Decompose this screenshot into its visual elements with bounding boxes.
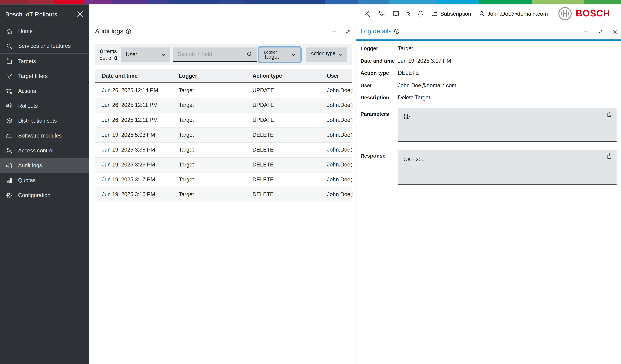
phone-icon[interactable] (378, 10, 385, 17)
table-row[interactable]: Jun 26, 2025 12:11 PM Target UPDATE John… (95, 113, 352, 128)
sidebar-title: Bosch IoT Rollouts (5, 11, 77, 17)
parameters-box[interactable]: {[]} (398, 108, 617, 142)
sidebar-item-label: Quotas (18, 177, 36, 184)
sidebar-item-label: Targets (18, 58, 36, 64)
bosch-brand: BOSCH (558, 6, 610, 21)
table-row[interactable]: Jun 26, 2025 12:14 PM Target UPDATE John… (95, 83, 352, 98)
table-row[interactable]: Jun 19, 2025 5:03 PM Target DELETE John.… (95, 128, 352, 143)
folder-icon (431, 10, 438, 17)
cell-date-time: Jun 26, 2025 12:14 PM (95, 87, 179, 93)
chevron-down-icon (337, 51, 344, 58)
minimize-panel-icon[interactable] (331, 28, 337, 35)
logger-filter-select[interactable]: Logger Target (259, 47, 301, 62)
cell-action-type: DELETE (253, 147, 327, 153)
log-document-icon: LOG (6, 162, 13, 169)
sidebar-item-configuration[interactable]: Configuration (0, 188, 89, 203)
sidebar-item-distribution-sets[interactable]: Distribution sets (0, 113, 89, 128)
table-row[interactable]: Jun 19, 2025 3:38 PM Target DELETE John.… (95, 142, 352, 158)
sidebar-item-software-modules[interactable]: Software modules (0, 128, 89, 143)
search-field-select-value: User (126, 47, 137, 62)
expand-panel-icon[interactable] (598, 28, 604, 35)
audit-table-body: Jun 26, 2025 12:14 PM Target UPDATE John… (95, 83, 352, 202)
sidebar-item-quotas[interactable]: Quotas (0, 173, 89, 188)
detail-row-action-type: Action type DELETE (361, 67, 616, 79)
detail-row-description: Description Delete Target (361, 92, 616, 104)
bell-icon[interactable] (417, 10, 424, 17)
cell-action-type: UPDATE (253, 117, 327, 123)
cell-user: John.Doe@domain.com (327, 102, 352, 108)
detail-row-logger: Logger Target (361, 42, 616, 55)
cell-user: John.Doe@domain.com (327, 117, 352, 123)
sidebar-item-label: Software modules (18, 133, 62, 139)
target-device-icon (6, 58, 13, 65)
action-type-filter-label: Action type (310, 50, 335, 56)
table-row[interactable]: Jun 19, 2025 3:23 PM Target DELETE John.… (95, 158, 352, 172)
sidebar-item-targets[interactable]: Targets (0, 54, 89, 69)
table-row[interactable]: Jun 19, 2025 3:17 PM Target DELETE John.… (95, 172, 352, 187)
info-icon[interactable] (394, 28, 400, 35)
close-panel-icon[interactable] (612, 28, 618, 35)
sidebar-item-label: Audit logs (18, 162, 42, 169)
search-field-select[interactable]: User (121, 47, 170, 62)
search-box (173, 47, 257, 62)
sidebar-item-home[interactable]: Home (0, 24, 89, 39)
detail-row-user: User John.Doe@domain.com (361, 79, 616, 91)
app-window: Bosch IoT Rollouts Home Services and fea… (0, 0, 621, 364)
sidebar-item-access-control[interactable]: Access control (0, 143, 89, 158)
cell-action-type: DELETE (253, 176, 327, 183)
table-row[interactable]: Jun 26, 2025 12:11 PM Target UPDATE John… (95, 98, 352, 113)
search-input[interactable] (178, 47, 242, 61)
cell-date-time: Jun 26, 2025 12:11 PM (95, 102, 179, 108)
cell-logger: Target (179, 176, 253, 183)
gear-icon (6, 192, 13, 199)
cell-user: John.Doe@domain.com (327, 191, 352, 197)
sidebar-item-services-and-features[interactable]: Services and features (0, 39, 89, 54)
expand-panel-icon[interactable] (345, 28, 351, 35)
detail-value: Target (398, 46, 413, 52)
user-menu[interactable]: John.Doe@domain.com (478, 10, 548, 17)
logger-filter-label: Logger (264, 49, 277, 54)
share-icon[interactable] (364, 10, 371, 17)
sidebar-item-target-filters[interactable]: Target filters (0, 69, 89, 84)
subscription-menu[interactable]: Subscription (431, 10, 471, 17)
response-box[interactable]: OK - 200 (398, 149, 617, 184)
chevron-down-icon (160, 51, 167, 58)
detail-value: Jun 19, 2025 3:17 PM (398, 58, 451, 64)
cell-logger: Target (179, 162, 253, 168)
detail-label: Description (361, 95, 398, 101)
response-group: Response OK - 200 (361, 149, 617, 184)
open-in-window-icon[interactable] (606, 111, 613, 118)
cell-user: John.Doe@domain.com (327, 87, 352, 93)
open-in-window-icon[interactable] (606, 153, 613, 159)
detail-value: John.Doe@domain.com (398, 82, 456, 88)
cell-date-time: Jun 19, 2025 3:23 PM (95, 162, 179, 168)
cell-logger: Target (179, 102, 253, 108)
audit-logs-table: Date and time Logger Action type User Ju… (95, 69, 352, 202)
minimize-panel-icon[interactable] (583, 28, 589, 35)
detail-label: Date and time (361, 58, 398, 64)
info-icon[interactable] (125, 28, 132, 35)
items-count: 8 items out of 8 (97, 48, 120, 61)
sidebar-item-audit-logs[interactable]: LOG Audit logs (0, 158, 89, 173)
log-details-fields: Logger Target Date and time Jun 19, 2025… (361, 42, 616, 104)
table-row[interactable]: Jun 19, 2025 3:16 PM Target DELETE John.… (95, 187, 352, 202)
subscription-label: Subscription (440, 10, 471, 17)
bar-chart-icon (6, 177, 13, 184)
sidebar-item-label: Rollouts (18, 103, 38, 109)
table-header: Date and time Logger Action type User (95, 69, 352, 83)
parameters-label: Parameters (361, 108, 398, 117)
details-accent-rule (356, 39, 621, 41)
action-type-filter-select[interactable]: Action type (306, 47, 347, 62)
parameters-group: Parameters {[]} (361, 108, 617, 142)
audit-logs-panel: Audit logs 8 items out of 8 User Logger … (89, 23, 356, 364)
detail-label: Logger (361, 46, 398, 52)
sidebar-item-rollouts[interactable]: Rollouts (0, 99, 89, 113)
response-label: Response (361, 149, 398, 159)
search-icon[interactable] (246, 50, 253, 58)
sidebar-close-icon[interactable] (77, 11, 84, 18)
sidebar-item-actions[interactable]: Actions (0, 84, 89, 99)
cell-logger: Target (179, 117, 253, 123)
column-header-date-time: Date and time (95, 73, 179, 79)
paragraph-legal-icon[interactable]: § (406, 10, 410, 17)
book-icon[interactable] (392, 10, 399, 17)
